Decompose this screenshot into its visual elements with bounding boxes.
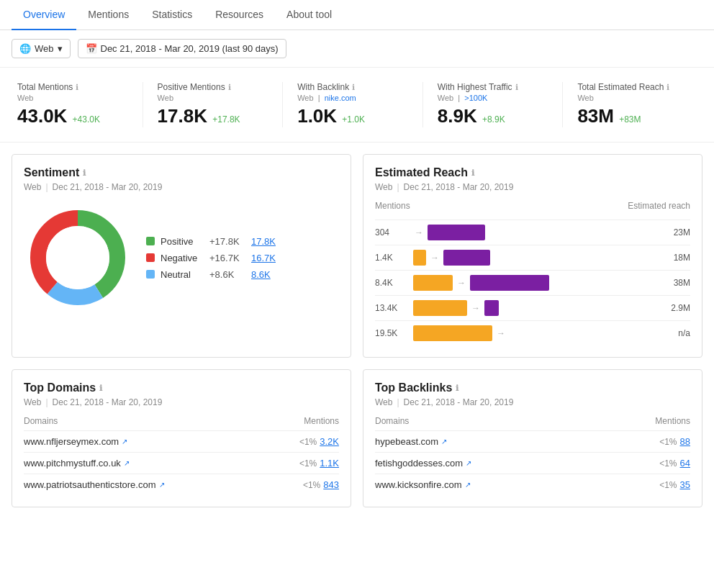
legend-link[interactable]: 17.8K <box>251 236 276 247</box>
external-link-icon[interactable]: ↗ <box>124 459 130 467</box>
tab-bar: OverviewMentionsStatisticsResourcesAbout… <box>0 0 714 30</box>
domain-count[interactable]: 88 <box>680 436 690 447</box>
sentiment-legend: Positive +17.8K 17.8K Negative +16.7K 16… <box>146 236 276 280</box>
reach-bar-area: → <box>413 250 659 266</box>
external-link-icon[interactable]: ↗ <box>466 459 471 467</box>
external-link-icon[interactable]: ↗ <box>122 438 127 445</box>
domain-count[interactable]: 35 <box>680 479 690 490</box>
domain-pct: <1% <box>299 458 317 469</box>
arrow-icon: → <box>413 227 425 238</box>
info-icon-domains[interactable]: ℹ <box>99 384 102 393</box>
stat-label: Total Estimated Reach ℹ <box>577 82 688 92</box>
arrow-icon: → <box>495 328 507 338</box>
stat-change: +1.0K <box>342 114 365 125</box>
legend-label: Positive <box>161 236 204 247</box>
reach-bar-area: → <box>413 325 659 341</box>
reach-bar <box>428 225 485 240</box>
sentiment-donut <box>24 204 132 312</box>
info-icon[interactable]: ℹ <box>228 83 231 92</box>
tab-statistics[interactable]: Statistics <box>140 0 204 30</box>
stat-value: 8.9K +8.9K <box>438 105 548 127</box>
reach-mentions-value: 304 <box>375 227 407 238</box>
legend-label: Negative <box>161 253 204 263</box>
legend-dot <box>146 253 155 262</box>
legend-link[interactable]: 8.6K <box>251 269 271 280</box>
backlinks-title: Top Backlinks ℹ <box>375 381 690 394</box>
domain-row: www.patriotsauthenticstore.com ↗ <1% 843 <box>24 474 339 495</box>
stat-sublabel: Web <box>17 94 128 102</box>
legend-item: Negative +16.7K 16.7K <box>146 253 276 263</box>
domain-name: www.patriotsauthenticstore.com ↗ <box>24 479 303 490</box>
tab-overview[interactable]: Overview <box>12 0 76 30</box>
mentions-bar <box>413 275 453 291</box>
info-icon[interactable]: ℹ <box>83 168 86 178</box>
legend-change: +8.6K <box>209 269 245 280</box>
stat-value: 43.0K +43.0K <box>17 105 128 127</box>
tab-mentions[interactable]: Mentions <box>76 0 140 30</box>
reach-header-left: Mentions <box>375 201 410 211</box>
domain-count[interactable]: 3.2K <box>320 436 339 447</box>
info-icon[interactable]: ℹ <box>515 83 518 92</box>
date-range-selector[interactable]: 📅 Dec 21, 2018 - Mar 20, 2019 (last 90 d… <box>78 39 286 58</box>
tab-about-tool[interactable]: About tool <box>275 0 343 30</box>
stat-value: 1.0K +1.0K <box>297 105 408 127</box>
domain-pct: <1% <box>303 480 320 490</box>
stat-sublabel: Web | >100K <box>438 94 548 102</box>
sentiment-title: Sentiment ℹ <box>24 166 339 179</box>
domains-title: Top Domains ℹ <box>24 381 339 394</box>
date-range-label: Dec 21, 2018 - Mar 20, 2019 (last 90 day… <box>101 43 279 54</box>
domain-count[interactable]: 64 <box>680 458 690 469</box>
stat-change: +8.9K <box>482 114 505 125</box>
domain-pct: <1% <box>659 437 677 447</box>
legend-dot <box>146 237 155 245</box>
info-icon[interactable]: ℹ <box>352 83 355 92</box>
stat-sublabel: Web <box>577 94 688 102</box>
stat-item-1: Positive Mentions ℹ Web 17.8K +17.8K <box>143 82 284 127</box>
reach-bar <box>443 250 490 266</box>
info-icon-backlinks[interactable]: ℹ <box>456 384 458 393</box>
legend-change: +16.7K <box>209 253 245 263</box>
domain-row: fetishgoddesses.com ↗ <1% 64 <box>375 452 690 474</box>
reach-table: Mentions Estimated reach 304 → 23M 1.4K … <box>375 201 690 345</box>
mentions-bar <box>413 250 426 266</box>
domains-meta: Web | Dec 21, 2018 - Mar 20, 2019 <box>24 397 339 407</box>
stats-row: Total Mentions ℹ Web 43.0K +43.0K Positi… <box>0 68 714 143</box>
reach-mentions-value: 1.4K <box>375 253 407 263</box>
info-icon[interactable]: ℹ <box>666 83 669 92</box>
mentions-bar <box>413 300 467 316</box>
info-icon[interactable]: ℹ <box>76 83 78 92</box>
domain-row: www.kicksonfire.com ↗ <1% 35 <box>375 474 690 495</box>
reach-mentions-value: 8.4K <box>375 278 407 288</box>
stat-sublabel: Web <box>158 94 268 102</box>
reach-mentions-value: 19.5K <box>375 328 407 338</box>
tab-resources[interactable]: Resources <box>204 0 275 30</box>
main-content: Sentiment ℹ Web | Dec 21, 2018 - Mar 20,… <box>0 143 714 519</box>
legend-dot <box>146 270 155 279</box>
external-link-icon[interactable]: ↗ <box>441 438 447 445</box>
reach-title: Estimated Reach ℹ <box>375 166 690 179</box>
domain-count[interactable]: 1.1K <box>320 458 339 469</box>
domain-name: www.nfljerseymex.com ↗ <box>24 436 299 447</box>
reach-estimated-value: 2.9M <box>665 303 690 313</box>
domains-header: Domains Mentions <box>24 416 339 430</box>
stat-item-0: Total Mentions ℹ Web 43.0K +43.0K <box>12 82 143 127</box>
external-link-icon[interactable]: ↗ <box>159 481 165 489</box>
domain-count[interactable]: 843 <box>323 479 339 490</box>
stat-item-3: With Highest Traffic ℹ Web | >100K 8.9K … <box>423 82 564 127</box>
reach-header: Mentions Estimated reach <box>375 201 690 215</box>
reach-row: 13.4K → 2.9M <box>375 295 690 320</box>
domain-name: hypebeast.com ↗ <box>375 436 659 447</box>
legend-link[interactable]: 16.7K <box>251 253 276 263</box>
source-selector[interactable]: 🌐 Web ▾ <box>12 39 71 58</box>
stat-label: With Highest Traffic ℹ <box>438 82 548 92</box>
external-link-icon[interactable]: ↗ <box>465 481 471 489</box>
domain-row: www.nfljerseymex.com ↗ <1% 3.2K <box>24 430 339 452</box>
stat-label: Positive Mentions ℹ <box>158 82 268 92</box>
info-icon-reach[interactable]: ℹ <box>471 168 474 178</box>
stat-item-2: With Backlink ℹ Web | nike.com 1.0K +1.0… <box>283 82 423 127</box>
estimated-reach-card: Estimated Reach ℹ Web | Dec 21, 2018 - M… <box>363 154 702 358</box>
stat-change: +43.0K <box>73 114 100 125</box>
arrow-icon: → <box>429 253 440 263</box>
reach-bar <box>484 300 499 316</box>
calendar-icon: 📅 <box>86 43 97 54</box>
